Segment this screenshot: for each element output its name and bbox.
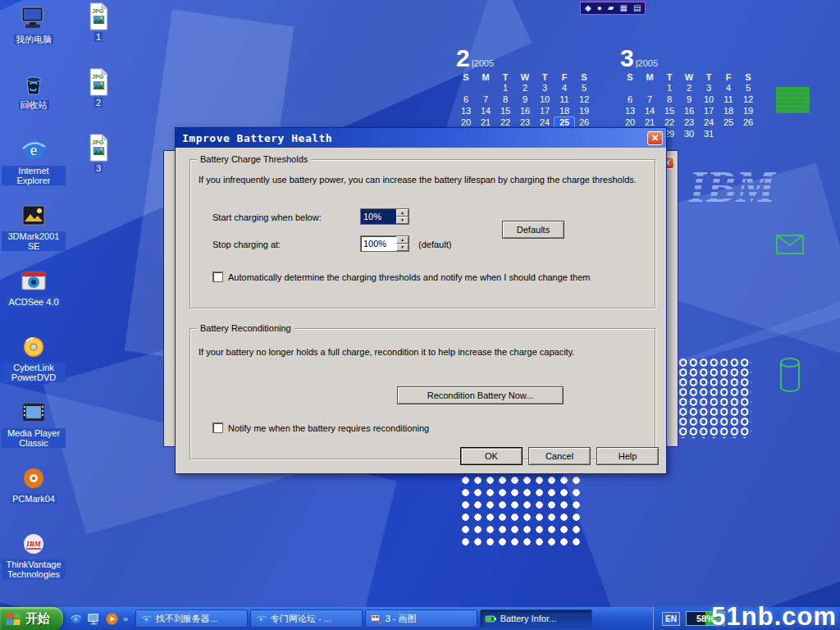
desktop-file-icon[interactable]: JPG1: [75, 2, 121, 67]
ok-button[interactable]: OK: [460, 447, 523, 465]
3dmark-icon: [20, 201, 48, 231]
grid-icon[interactable]: ▦: [619, 2, 627, 14]
calendar-day-header: T: [660, 72, 679, 82]
stop-charging-spinner[interactable]: 100% ▲▼: [360, 235, 409, 252]
taskbar-task-button[interactable]: 3 - 画图: [365, 609, 477, 628]
defaults-button[interactable]: Defaults: [502, 221, 564, 239]
svg-text:IBM: IBM: [25, 540, 42, 548]
calendar-day: 19: [574, 106, 594, 116]
start-charging-value[interactable]: 10%: [361, 209, 396, 224]
desktop-icon[interactable]: PCMark04: [2, 463, 66, 529]
dialog-titlebar[interactable]: Improve Battery Health ✕: [176, 128, 666, 148]
stop-charging-label: Stop charging at:: [212, 240, 281, 249]
windows-flag-icon: [6, 613, 21, 625]
dialog-title: Improve Battery Health: [182, 132, 647, 144]
start-button[interactable]: 开始: [0, 607, 63, 630]
ie-icon: e: [255, 613, 267, 625]
desktop-icon[interactable]: ACDSee 4.0: [2, 267, 66, 332]
calendar-day: 10: [699, 94, 719, 105]
taskbar-task-button[interactable]: e专门网论坛 - ...: [250, 609, 363, 628]
taskbar-task-button[interactable]: Battery Infor...: [480, 609, 592, 628]
calendar-year: |2005: [472, 58, 494, 68]
desktop-icon-label: 3: [94, 163, 103, 173]
ie-icon: e: [140, 613, 153, 625]
desktop-icon[interactable]: IBMThinkVantage Technologies: [2, 529, 66, 595]
spin-up-icon[interactable]: ▲: [396, 236, 409, 244]
language-indicator[interactable]: EN: [662, 612, 680, 626]
spinner-buttons: ▲▼: [396, 209, 409, 224]
desktop-icon[interactable]: 我的电脑: [2, 4, 66, 70]
taskbar-tasks: e找不到服务器...e专门网论坛 - ...3 - 画图Battery Info…: [134, 607, 593, 630]
start-charging-spinner[interactable]: 10% ▲▼: [360, 208, 409, 225]
powerdvd-icon: [20, 332, 48, 362]
calendar-day: 7: [640, 94, 660, 105]
desktop-toolbar[interactable]: ◆●▰▦▤: [580, 2, 646, 15]
desktop-icon[interactable]: 回收站: [2, 70, 66, 135]
auto-determine-checkbox[interactable]: Automatically determine the charging thr…: [212, 272, 590, 282]
calendar-day: 7: [476, 94, 495, 105]
desktop-file-icon[interactable]: JPG2: [75, 67, 121, 133]
calendar-header: 3|2005: [620, 44, 765, 72]
calendar-day: [719, 129, 738, 139]
start-button-label: 开始: [25, 611, 50, 627]
spin-up-icon[interactable]: ▲: [396, 209, 409, 217]
calendar-day-header: W: [515, 72, 535, 82]
calendar-day-header: M: [640, 72, 660, 82]
ie-icon[interactable]: e: [69, 612, 83, 626]
taskbar-task-button[interactable]: e找不到服务器...: [135, 609, 248, 628]
start-charging-label: Start charging when below:: [212, 212, 322, 222]
battery-cylinder-icon: [778, 356, 802, 397]
calendar-header: 2|2005: [456, 44, 600, 72]
desktop: ◆●▰▦▤ 2|2005SMTWTFS123456789101112131415…: [0, 0, 840, 630]
close-icon[interactable]: ✕: [647, 131, 663, 145]
calendar-day: 24: [699, 117, 719, 128]
improve-battery-health-dialog: Improve Battery Health ✕ Battery Charge …: [175, 127, 667, 474]
quick-launch-overflow-icon[interactable]: »: [123, 614, 128, 623]
ie-icon: e: [20, 135, 48, 165]
svg-text:JPG: JPG: [92, 139, 104, 146]
checkbox-icon[interactable]: [212, 422, 223, 433]
svg-text:JPG: JPG: [92, 73, 104, 80]
desktop-file-icon[interactable]: JPG3: [75, 133, 121, 199]
spin-down-icon[interactable]: ▼: [396, 244, 409, 251]
calendar-day: 1: [660, 83, 679, 94]
svg-text:JPG: JPG: [92, 7, 104, 15]
jpg-file-icon: JPG: [84, 133, 112, 162]
dialog-body: Battery Charge Thresholds If you infrequ…: [176, 148, 666, 473]
doc-icon[interactable]: ▤: [633, 2, 641, 14]
checkbox-label: Notify me when the battery requires reco…: [228, 423, 429, 433]
calendar-day-header: F: [719, 72, 738, 82]
recondition-battery-button[interactable]: Recondition Battery Now...: [397, 386, 564, 404]
calendar-day: [456, 83, 476, 94]
thinkvantage-icon: IBM: [20, 529, 48, 559]
desktop-icon[interactable]: eInternet Explorer: [2, 135, 66, 201]
desktop-icon[interactable]: 3DMark2001 SE: [2, 201, 66, 267]
checkbox-icon[interactable]: [212, 272, 223, 282]
desktop-icon[interactable]: Media Player Classic: [2, 398, 66, 463]
desktop-icon[interactable]: CyberLink PowerDVD: [2, 332, 66, 398]
task-label: 找不到服务器...: [156, 613, 217, 625]
desktop-icons: 我的电脑回收站eInternet Explorer3DMark2001 SEAC…: [2, 4, 66, 595]
calendar-month: 3: [620, 44, 634, 71]
group-legend: Battery Reconditioning: [197, 323, 294, 334]
pixel-grid-decoration: [776, 87, 810, 113]
desktop-icon-label: 1: [94, 32, 103, 42]
plug-icon[interactable]: ◆: [585, 2, 591, 14]
battery-icon: [485, 613, 497, 625]
speaker-icon[interactable]: ●: [597, 2, 602, 14]
calendar-day: 9: [515, 94, 535, 105]
pen-icon[interactable]: ▰: [608, 2, 614, 14]
stop-charging-value[interactable]: 100%: [361, 236, 396, 251]
help-button[interactable]: Help: [596, 447, 659, 465]
calendar-day: 12: [738, 94, 758, 105]
calendar-day: 18: [555, 106, 574, 116]
media-player-icon[interactable]: [105, 612, 119, 626]
desktop-files: JPG1JPG2JPG3: [75, 2, 121, 199]
show-desktop-icon[interactable]: [87, 612, 101, 626]
calendar-day: 6: [620, 94, 640, 105]
notify-reconditioning-checkbox[interactable]: Notify me when the battery requires reco…: [212, 422, 429, 433]
desktop-icon-label: PCMark04: [11, 494, 57, 504]
calendar-day: [476, 83, 495, 94]
cancel-button[interactable]: Cancel: [528, 447, 591, 465]
spin-down-icon[interactable]: ▼: [396, 217, 409, 224]
